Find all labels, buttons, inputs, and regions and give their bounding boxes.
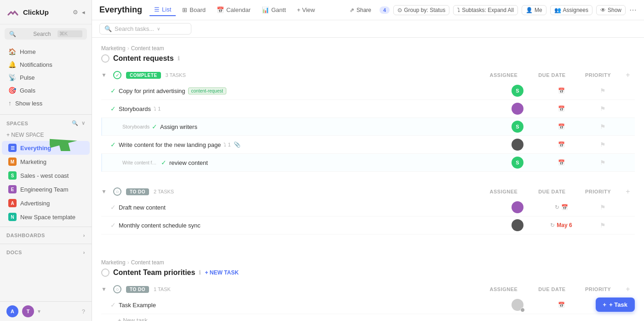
sidebar-item-everything[interactable]: ☰ Everything [2,141,90,155]
assignee-header-3: ASSIGNEE [483,286,524,292]
content-requests-info-icon[interactable]: ℹ [178,55,180,62]
due-date-cell[interactable]: 📅 [538,141,584,148]
priority-flag-icon[interactable]: ⚑ [600,204,606,211]
sidebar-item-new-space-template[interactable]: N New Space template [2,210,90,224]
tab-bar: ☰ List ⊞ Board 📅 Calendar 📊 Gantt + View [150,4,320,16]
priority-flag-icon[interactable]: ⚑ [600,141,606,148]
sidebar-item-show-less[interactable]: ↑ Show less [2,97,90,110]
task-name: Monthly content schedule sync [119,222,497,229]
sidebar-item-notifications[interactable]: 🔔 Notifications [2,58,90,71]
more-options-icon[interactable]: ⋯ [629,6,637,14]
due-date-cell[interactable]: 📅 [538,105,584,112]
help-icon[interactable]: ? [82,308,85,315]
priority-header-2: PRIORITY [580,189,616,194]
user-menu-icon[interactable]: ▾ [38,308,40,315]
due-refresh-icon[interactable]: ↻ [555,204,559,210]
sidebar-item-show-less-label: Show less [15,100,42,107]
sidebar-item-engineering[interactable]: E Engineering Team [2,182,90,196]
due-date-cell[interactable]: 📅 [538,123,584,130]
add-task-icon[interactable]: + [621,71,635,79]
docs-section-header[interactable]: DOCS › [0,247,92,258]
task-check-icon[interactable]: ✓ [152,123,160,130]
task-check-icon[interactable]: ✓ [110,301,119,309]
task-check-icon[interactable]: ✓ [161,159,169,166]
priorities-info-icon[interactable]: ℹ [199,269,201,276]
sidebar-item-advertising[interactable]: A Advertising [2,196,90,210]
search-spaces-icon[interactable]: 🔍 [72,120,79,126]
task-search-box[interactable]: 🔍 Search tasks... ∨ [99,23,191,35]
priority-header: PRIORITY [580,72,616,78]
share-button[interactable]: ⇗ Share [345,5,376,15]
task-check-icon[interactable]: ✓ [110,105,119,112]
task-check-icon[interactable]: ✓ [110,204,119,211]
due-date-cell[interactable]: ↻ May 6 [538,222,584,228]
dashboards-expand-icon[interactable]: › [83,233,85,238]
plus-task-button[interactable]: + + Task [596,298,635,312]
search-input[interactable]: 🔍 Search ⌘K [5,28,87,40]
subtasks-button[interactable]: ⤵ Subtasks: Expand All [453,5,518,15]
complete-group-toggle[interactable]: ▼ [101,72,109,78]
show-button[interactable]: 👁 Show [596,5,626,15]
tab-view[interactable]: + View [293,4,320,16]
subtask-indicator[interactable]: ⤵ 1 [154,106,161,111]
calendar-icon[interactable]: 📅 [558,88,565,94]
todo-status-badge: TO DO [126,188,149,195]
dashboards-section-header[interactable]: DASHBOARDS › [0,230,92,241]
tab-gantt[interactable]: 📊 Gantt [257,4,291,16]
spaces-section-icons[interactable]: 🔍 ∨ [72,120,85,126]
calendar-icon[interactable]: 📅 [561,204,568,210]
sidebar-bottom: A T ▾ ? [0,301,92,321]
due-refresh-icon[interactable]: ↻ [550,222,555,228]
due-date-cell[interactable]: 📅 [538,302,584,308]
calendar-icon[interactable]: 📅 [558,105,565,112]
sidebar-header-icons[interactable]: ⚙ ◂ [73,9,85,16]
sidebar-item-home[interactable]: 🏠 Home [2,45,90,58]
calendar-icon[interactable]: 📅 [558,123,565,130]
priority-flag-icon[interactable]: ⚑ [600,222,606,229]
task-check-icon[interactable]: ✓ [110,87,119,94]
due-date-overdue: May 6 [557,222,572,228]
table-row: Storyboards ✓ Assign writers S 📅 ⚑ [101,118,635,136]
collapse-icon[interactable]: ◂ [82,9,85,16]
tab-list[interactable]: ☰ List [150,4,176,16]
due-date-cell[interactable]: 📅 [538,88,584,94]
sidebar-item-sales-west[interactable]: S Sales - west coast [2,169,90,182]
priority-flag-icon[interactable]: ⚑ [600,123,606,130]
calendar-tab-icon: 📅 [217,6,224,13]
new-task-link[interactable]: + NEW TASK [205,269,238,276]
todo-group-toggle[interactable]: ▼ [101,188,109,195]
attachment-icon[interactable]: 📎 [234,141,241,148]
priorities-todo-toggle[interactable]: ▼ [101,286,109,292]
add-priorities-task-icon[interactable]: + [621,285,635,293]
search-chevron-icon[interactable]: ∨ [157,26,160,31]
tab-calendar[interactable]: 📅 Calendar [212,4,255,16]
add-todo-task-icon[interactable]: + [621,187,635,196]
calendar-icon[interactable]: 📅 [558,141,565,148]
settings-icon[interactable]: ⚙ [73,9,78,16]
filter-count-badge[interactable]: 4 [380,6,390,14]
expand-spaces-icon[interactable]: ∨ [81,120,86,126]
calendar-icon[interactable]: 📅 [558,159,565,166]
sidebar-item-pulse[interactable]: 📡 Pulse [2,71,90,84]
sidebar-item-goals[interactable]: 🎯 Goals [2,84,90,97]
me-button[interactable]: 👤 Me [522,5,546,15]
due-date-cell[interactable]: ↻ 📅 [538,204,584,210]
priority-flag-icon[interactable]: ⚑ [600,105,606,112]
docs-expand-icon[interactable]: › [83,250,85,255]
priorities-breadcrumb-marketing: Marketing [101,259,126,266]
calendar-icon[interactable]: 📅 [558,302,565,308]
task-check-icon[interactable]: ✓ [110,222,119,229]
user-avatar[interactable]: A [6,305,18,317]
tab-board[interactable]: ⊞ Board [178,4,210,16]
sidebar-item-marketing[interactable]: M Marketing [2,155,90,169]
priority-flag-icon[interactable]: ⚑ [600,159,606,166]
priority-flag-icon[interactable]: ⚑ [600,87,606,94]
due-date-cell[interactable]: 📅 [538,159,584,166]
task-check-icon[interactable]: ✓ [110,141,119,148]
subtask-indicator[interactable]: ⤵ 1 [224,142,230,147]
new-space-button[interactable]: + NEW SPACE [0,129,92,141]
user-avatar-2[interactable]: T [22,305,34,317]
group-by-button[interactable]: ⊙ Group by: Status [393,5,449,15]
new-task-row[interactable]: + New task [101,314,635,321]
assignees-button[interactable]: 👥 Assignees [550,5,592,15]
